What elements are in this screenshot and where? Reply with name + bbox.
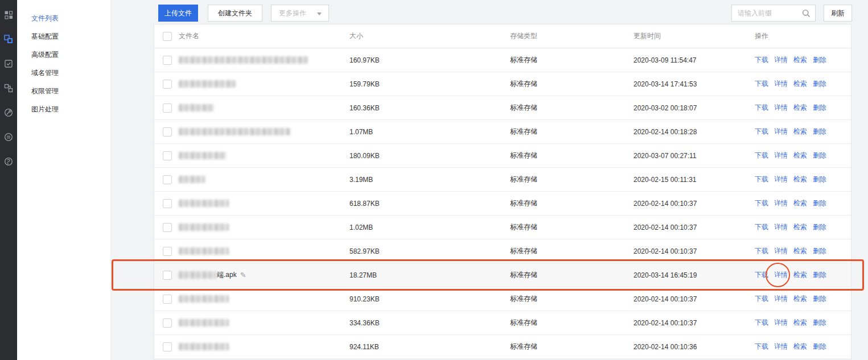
sidebar-item-5[interactable]: 权限管理 (17, 82, 110, 100)
download-link[interactable]: 下载 (755, 80, 768, 88)
search-index-link[interactable]: 检索 (793, 104, 807, 111)
storage-product-icon[interactable] (4, 35, 13, 44)
search-index-link[interactable]: 检索 (793, 271, 807, 279)
upload-file-button[interactable]: 上传文件 (158, 5, 198, 22)
more-actions-dropdown[interactable]: 更多操作 (271, 5, 329, 22)
products-list-icon[interactable] (4, 133, 13, 142)
delete-link[interactable]: 删除 (813, 295, 826, 303)
download-link[interactable]: 下载 (755, 104, 768, 111)
download-link[interactable]: 下载 (755, 199, 768, 207)
row-checkbox[interactable] (163, 104, 172, 113)
topology-icon[interactable] (4, 84, 13, 93)
sidebar-item-3[interactable]: 高级配置 (17, 45, 110, 64)
table-row: 159.79KB标准存储2020-03-14 17:41:53下载详情检索删除 (154, 72, 851, 96)
download-link[interactable]: 下载 (755, 223, 768, 231)
file-name-cell (179, 56, 349, 64)
storage-type-cell: 标准存储 (510, 318, 633, 328)
detail-link[interactable]: 详情 (774, 318, 788, 326)
sidebar-item-2[interactable]: 基础配置 (17, 27, 110, 45)
dashboard-grid-icon[interactable] (4, 10, 13, 19)
row-checkbox[interactable] (163, 127, 172, 136)
download-link[interactable]: 下载 (755, 247, 768, 255)
detail-link[interactable]: 详情 (774, 151, 788, 159)
detail-link[interactable]: 详情 (774, 127, 788, 135)
delete-link[interactable]: 删除 (813, 104, 826, 111)
search-icon[interactable] (802, 9, 811, 18)
refresh-button[interactable]: 刷新 (824, 5, 852, 22)
row-checkbox[interactable] (163, 318, 172, 328)
updated-time-cell: 2020-02-15 00:11:31 (633, 176, 755, 184)
sidebar-item-1[interactable]: 文件列表 (17, 9, 110, 27)
delete-link[interactable]: 删除 (813, 127, 826, 135)
row-checkbox[interactable] (163, 175, 172, 184)
detail-link[interactable]: 详情 (774, 199, 788, 207)
detail-link[interactable]: 详情 (774, 80, 788, 88)
search-index-link[interactable]: 检索 (793, 151, 807, 159)
delete-link[interactable]: 删除 (813, 318, 826, 326)
row-checkbox[interactable] (163, 199, 172, 208)
help-circle-icon[interactable] (4, 157, 13, 166)
detail-link[interactable]: 详情 (774, 271, 788, 279)
delete-link[interactable]: 删除 (813, 247, 826, 255)
delete-link[interactable]: 删除 (813, 199, 826, 207)
task-check-icon[interactable] (4, 59, 13, 68)
delete-link[interactable]: 删除 (813, 342, 826, 350)
delete-link[interactable]: 删除 (813, 151, 826, 159)
delete-link[interactable]: 删除 (813, 223, 826, 231)
detail-link[interactable]: 详情 (774, 175, 788, 183)
table-row: 1.02MB标准存储2020-02-14 00:10:37下载详情检索删除 (154, 216, 851, 239)
row-checkbox[interactable] (163, 247, 172, 256)
row-checkbox[interactable] (163, 80, 172, 89)
download-link[interactable]: 下载 (755, 342, 768, 350)
download-link[interactable]: 下载 (755, 56, 768, 64)
search-index-link[interactable]: 检索 (793, 295, 807, 303)
detail-link[interactable]: 详情 (774, 56, 788, 64)
search-index-link[interactable]: 检索 (793, 318, 807, 326)
sidebar-item-4[interactable]: 域名管理 (17, 64, 110, 82)
row-checkbox[interactable] (163, 223, 172, 232)
rename-pencil-icon[interactable]: ✎ (240, 271, 246, 279)
file-size-cell: 910.23KB (349, 295, 510, 303)
search-index-link[interactable]: 检索 (793, 80, 807, 88)
delete-link[interactable]: 删除 (813, 271, 826, 279)
create-folder-button[interactable]: 创建文件夹 (208, 5, 262, 22)
search-index-link[interactable]: 检索 (793, 175, 807, 183)
detail-link[interactable]: 详情 (774, 342, 788, 350)
row-checkbox[interactable] (163, 342, 172, 351)
select-all-checkbox[interactable] (163, 32, 172, 41)
delete-link[interactable]: 删除 (813, 56, 826, 64)
search-index-link[interactable]: 检索 (793, 342, 807, 350)
file-name-cell (179, 176, 349, 183)
row-checkbox[interactable] (163, 295, 172, 304)
download-link[interactable]: 下载 (755, 295, 768, 303)
delete-link[interactable]: 删除 (813, 175, 826, 183)
detail-link[interactable]: 详情 (774, 104, 788, 111)
delete-link[interactable]: 删除 (813, 80, 826, 88)
storage-type-cell: 标准存储 (510, 103, 633, 113)
updated-time-cell: 2020-03-09 11:54:47 (633, 56, 755, 64)
file-size-cell: 159.79KB (349, 80, 510, 88)
row-checkbox[interactable] (163, 151, 172, 160)
search-index-link[interactable]: 检索 (793, 223, 807, 231)
detail-link[interactable]: 详情 (774, 223, 788, 231)
download-link[interactable]: 下载 (755, 318, 768, 326)
search-index-link[interactable]: 检索 (793, 247, 807, 255)
redacted-file-name (179, 56, 308, 64)
download-link[interactable]: 下载 (755, 151, 768, 159)
download-link[interactable]: 下载 (755, 271, 768, 279)
row-checkbox[interactable] (163, 56, 172, 65)
storage-type-cell: 标准存储 (510, 198, 633, 208)
detail-link[interactable]: 详情 (774, 295, 788, 303)
search-index-link[interactable]: 检索 (793, 199, 807, 207)
row-checkbox[interactable] (163, 271, 172, 280)
download-link[interactable]: 下载 (755, 127, 768, 135)
column-header-storage-type: 存储类型 (510, 31, 633, 41)
detail-link[interactable]: 详情 (774, 247, 788, 255)
search-index-link[interactable]: 检索 (793, 56, 807, 64)
tools-icon[interactable] (4, 108, 13, 117)
sidebar-item-6[interactable]: 图片处理 (17, 100, 110, 118)
search-index-link[interactable]: 检索 (793, 127, 807, 135)
download-link[interactable]: 下载 (755, 175, 768, 183)
updated-time-cell: 2020-02-14 00:10:36 (633, 343, 755, 351)
prefix-search-input[interactable] (732, 5, 799, 21)
